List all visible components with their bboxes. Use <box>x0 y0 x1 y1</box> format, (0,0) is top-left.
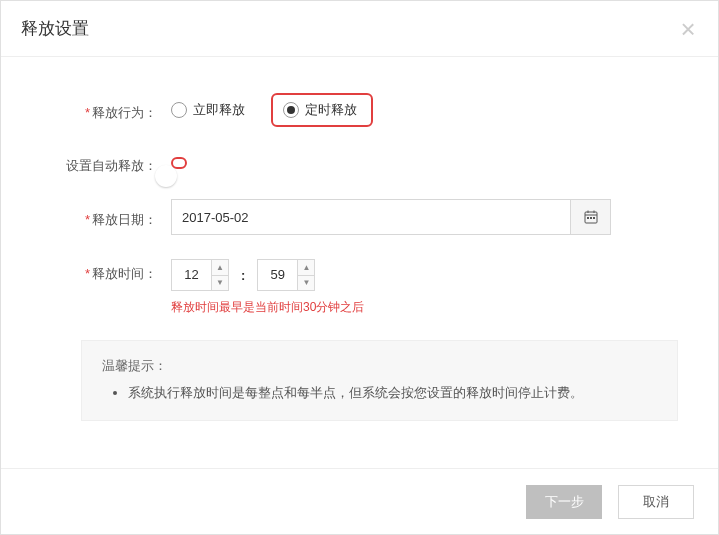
date-field <box>171 199 611 235</box>
hour-spinner-buttons: ▲ ▼ <box>211 259 229 291</box>
field-release-date <box>171 199 678 235</box>
svg-rect-5 <box>590 217 592 219</box>
label-release-time: *释放时间： <box>41 259 171 283</box>
row-release-date: *释放日期： <box>41 199 678 235</box>
minute-up-button[interactable]: ▲ <box>297 259 315 276</box>
dialog-title: 释放设置 <box>21 17 89 40</box>
dialog-footer: 下一步 取消 <box>1 468 718 534</box>
tips-list: 系统执行释放时间是每整点和每半点，但系统会按您设置的释放时间停止计费。 <box>102 381 657 404</box>
minute-spinner: 59 ▲ ▼ <box>257 259 315 291</box>
required-marker: * <box>85 266 90 281</box>
release-settings-dialog: 释放设置 × *释放行为： 立即释放 定时释放 设置自动释放 <box>0 0 719 535</box>
label-release-date: *释放日期： <box>41 205 171 229</box>
radio-scheduled-release[interactable]: 定时释放 <box>271 93 373 127</box>
radio-immediate-label: 立即释放 <box>193 101 245 119</box>
row-release-time: *释放时间： 12 ▲ ▼ : 59 ▲ <box>41 259 678 316</box>
dialog-body: *释放行为： 立即释放 定时释放 设置自动释放： <box>1 57 718 441</box>
hour-value[interactable]: 12 <box>171 259 211 291</box>
radio-immediate-release[interactable]: 立即释放 <box>171 101 245 119</box>
hour-spinner: 12 ▲ ▼ <box>171 259 229 291</box>
calendar-button[interactable] <box>571 199 611 235</box>
hour-up-button[interactable]: ▲ <box>211 259 229 276</box>
close-icon[interactable]: × <box>674 15 702 43</box>
tips-title: 温馨提示： <box>102 357 657 375</box>
dialog-header: 释放设置 × <box>1 1 718 57</box>
svg-rect-4 <box>587 217 589 219</box>
label-auto-release: 设置自动释放： <box>41 151 171 175</box>
field-auto-release <box>171 157 678 169</box>
row-auto-release: 设置自动释放： <box>41 151 678 175</box>
release-time-hint: 释放时间最早是当前时间30分钟之后 <box>171 299 678 316</box>
radio-circle-icon <box>283 102 299 118</box>
radio-circle-icon <box>171 102 187 118</box>
row-release-behavior: *释放行为： 立即释放 定时释放 <box>41 93 678 127</box>
required-marker: * <box>85 105 90 120</box>
tips-box: 温馨提示： 系统执行释放时间是每整点和每半点，但系统会按您设置的释放时间停止计费… <box>81 340 678 421</box>
cancel-button[interactable]: 取消 <box>618 485 694 519</box>
minute-spinner-buttons: ▲ ▼ <box>297 259 315 291</box>
tips-item: 系统执行释放时间是每整点和每半点，但系统会按您设置的释放时间停止计费。 <box>128 381 657 404</box>
time-spinner-row: 12 ▲ ▼ : 59 ▲ ▼ <box>171 259 321 291</box>
field-release-behavior: 立即释放 定时释放 <box>171 93 678 127</box>
label-release-behavior: *释放行为： <box>41 98 171 122</box>
required-marker: * <box>85 212 90 227</box>
minute-value[interactable]: 59 <box>257 259 297 291</box>
auto-release-toggle-frame <box>171 157 187 169</box>
radio-scheduled-label: 定时释放 <box>305 101 357 119</box>
calendar-icon <box>584 210 598 224</box>
field-release-time: 12 ▲ ▼ : 59 ▲ ▼ 释放时间 <box>171 259 678 316</box>
next-button[interactable]: 下一步 <box>526 485 602 519</box>
toggle-knob <box>155 165 177 187</box>
release-date-input[interactable] <box>171 199 571 235</box>
hour-down-button[interactable]: ▼ <box>211 276 229 292</box>
time-colon: : <box>241 268 245 283</box>
svg-rect-6 <box>593 217 595 219</box>
minute-down-button[interactable]: ▼ <box>297 276 315 292</box>
